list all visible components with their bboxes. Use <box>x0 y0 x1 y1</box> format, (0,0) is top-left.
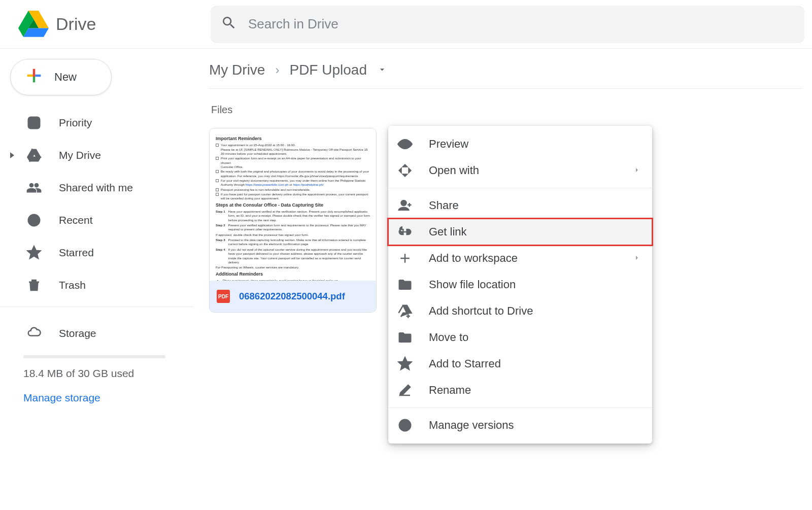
star-icon <box>396 355 414 372</box>
menu-label: Add to workspace <box>429 252 618 265</box>
starred-icon <box>26 245 42 260</box>
sidebar-item-starred[interactable]: Starred <box>0 236 193 269</box>
context-menu: Preview Open with Share Get link Add to … <box>388 126 652 444</box>
menu-label: Get link <box>429 225 641 239</box>
sidebar-item-recent[interactable]: Recent <box>0 204 193 236</box>
search-icon <box>221 15 237 33</box>
file-name: 06862022082500044.pdf <box>239 291 345 302</box>
divider <box>0 307 193 307</box>
breadcrumb: My Drive › PDF Upload <box>209 59 802 89</box>
plus-icon <box>24 65 44 89</box>
pencil-icon <box>396 382 414 399</box>
folder-icon <box>396 276 414 293</box>
menu-label: Show file location <box>429 278 641 291</box>
menu-item-show-location[interactable]: Show file location <box>388 271 652 298</box>
files-section-label: Files <box>211 104 812 116</box>
plus-icon <box>396 250 414 267</box>
menu-item-preview[interactable]: Preview <box>388 131 652 157</box>
sidebar-item-label: Starred <box>59 247 94 259</box>
chevron-right-icon: › <box>275 63 279 77</box>
menu-item-move-to[interactable]: Move to <box>388 324 652 351</box>
chevron-right-icon <box>633 164 641 177</box>
menu-item-add-starred[interactable]: Add to Starred <box>388 351 652 377</box>
menu-divider <box>388 188 652 188</box>
new-button-label: New <box>54 71 77 84</box>
chevron-right-icon <box>633 252 641 265</box>
storage-label: Storage <box>59 327 96 339</box>
search-input[interactable] <box>247 16 794 32</box>
recent-icon <box>26 213 42 228</box>
new-button[interactable]: New <box>10 59 112 95</box>
open-with-icon <box>396 162 414 179</box>
cloud-icon <box>26 324 42 342</box>
storage-progress-bar <box>23 355 165 358</box>
sidebar-item-label: Recent <box>59 214 93 226</box>
file-preview-thumbnail: Important Reminders Your appointment is … <box>210 128 376 281</box>
sidebar-item-trash[interactable]: Trash <box>0 269 193 301</box>
svg-point-3 <box>401 200 407 206</box>
eye-icon <box>396 135 414 153</box>
menu-item-get-link[interactable]: Get link <box>388 219 652 245</box>
menu-label: Share <box>429 199 641 212</box>
file-footer: PDF 06862022082500044.pdf <box>210 281 376 312</box>
menu-label: Open with <box>429 164 618 177</box>
search-bar[interactable] <box>211 6 804 43</box>
sidebar-item-label: Priority <box>59 117 92 129</box>
menu-divider <box>388 407 652 408</box>
priority-icon <box>26 115 42 130</box>
drive-logo-icon <box>18 11 49 38</box>
sidebar-item-my-drive[interactable]: My Drive <box>0 139 193 172</box>
breadcrumb-current[interactable]: PDF Upload <box>289 62 367 78</box>
pdf-icon: PDF <box>217 290 230 303</box>
menu-item-manage-versions[interactable]: Manage versions <box>388 412 652 438</box>
menu-label: Add to Starred <box>429 357 641 370</box>
dropdown-arrow-icon[interactable] <box>377 62 387 78</box>
sidebar: New Priority My Drive Shared with me Rec… <box>0 49 193 510</box>
logo-section[interactable]: Drive <box>0 11 211 38</box>
move-icon <box>396 329 414 346</box>
sidebar-item-storage[interactable]: Storage <box>0 316 193 350</box>
sidebar-item-label: My Drive <box>59 149 101 161</box>
sidebar-item-label: Shared with me <box>59 182 133 194</box>
app-title: Drive <box>56 14 96 34</box>
menu-label: Rename <box>429 384 641 397</box>
header: Drive <box>0 0 812 49</box>
manage-storage-link[interactable]: Manage storage <box>23 392 193 404</box>
menu-item-add-shortcut[interactable]: Add shortcut to Drive <box>388 298 652 324</box>
sidebar-item-shared[interactable]: Shared with me <box>0 172 193 204</box>
storage-used-text: 18.4 MB of 30 GB used <box>23 367 193 380</box>
menu-label: Manage versions <box>429 419 641 432</box>
svg-point-2 <box>403 142 407 146</box>
trash-icon <box>26 278 42 293</box>
nav-list: Priority My Drive Shared with me Recent … <box>0 107 193 301</box>
file-card[interactable]: Important Reminders Your appointment is … <box>209 128 377 313</box>
clock-icon <box>396 417 414 434</box>
menu-label: Move to <box>429 331 641 344</box>
menu-item-rename[interactable]: Rename <box>388 377 652 403</box>
person-add-icon <box>396 197 414 214</box>
breadcrumb-root[interactable]: My Drive <box>209 62 265 78</box>
menu-label: Add shortcut to Drive <box>429 304 641 318</box>
link-icon <box>396 223 414 241</box>
menu-item-share[interactable]: Share <box>388 192 652 219</box>
sidebar-item-label: Trash <box>59 279 86 291</box>
sidebar-item-priority[interactable]: Priority <box>0 107 193 139</box>
my-drive-icon <box>26 148 42 163</box>
menu-label: Preview <box>429 138 641 151</box>
shortcut-icon <box>396 302 414 320</box>
shared-icon <box>26 180 42 195</box>
menu-item-add-workspace[interactable]: Add to workspace <box>388 245 652 271</box>
menu-item-open-with[interactable]: Open with <box>388 157 652 184</box>
